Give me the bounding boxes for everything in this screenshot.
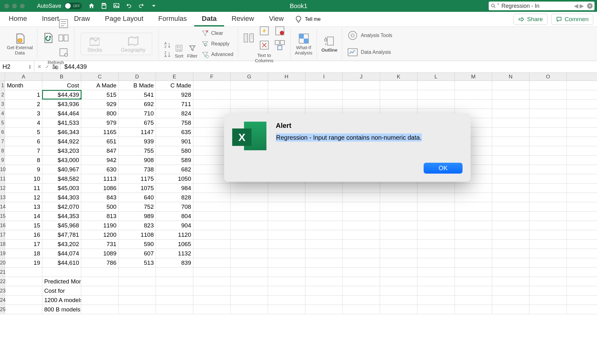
cell[interactable] (529, 109, 567, 118)
row-header[interactable]: 18 (0, 240, 5, 249)
cell[interactable] (268, 277, 305, 286)
cell[interactable]: $48,582 (42, 174, 81, 183)
cell[interactable] (492, 258, 529, 267)
spreadsheet-grid[interactable]: ABCDEFGHIJKLMNO 1MonthCostA MadeB MadeC … (0, 73, 597, 314)
cell[interactable] (193, 100, 231, 109)
cell[interactable] (529, 90, 567, 99)
col-header-I[interactable]: I (305, 73, 343, 81)
cell[interactable] (193, 81, 231, 90)
cell[interactable] (492, 212, 529, 221)
col-header-F[interactable]: F (193, 73, 231, 81)
cell[interactable] (492, 90, 529, 99)
reapply-filter[interactable]: Reapply (201, 40, 233, 48)
cell[interactable] (492, 146, 529, 155)
cell[interactable] (343, 240, 380, 249)
cell[interactable]: B Made (119, 81, 156, 90)
cell[interactable]: $45,968 (42, 221, 81, 230)
cell[interactable]: 1200 (81, 230, 119, 239)
cell[interactable] (231, 100, 268, 109)
cell[interactable] (343, 193, 380, 202)
cell[interactable]: 758 (156, 118, 193, 127)
cell[interactable] (305, 212, 343, 221)
cell[interactable]: $47,781 (42, 230, 81, 239)
cell[interactable] (5, 296, 42, 305)
cell[interactable] (492, 193, 529, 202)
row-header[interactable]: 10 (0, 165, 5, 174)
cell[interactable] (305, 100, 343, 109)
cell[interactable]: 19 (5, 258, 42, 267)
cell[interactable]: $44,303 (42, 193, 81, 202)
row-header[interactable]: 3 (0, 100, 5, 109)
cell[interactable] (417, 230, 455, 239)
cell[interactable] (492, 165, 529, 174)
undo-icon[interactable] (125, 2, 132, 9)
tab-data[interactable]: Data (194, 12, 224, 26)
cell[interactable]: 800 (81, 109, 119, 118)
cell[interactable]: 12 (5, 193, 42, 202)
comments-button[interactable]: Commen (551, 14, 593, 25)
cell[interactable]: 4 (5, 118, 42, 127)
cell[interactable] (231, 296, 268, 305)
cell[interactable]: 5 (5, 128, 42, 137)
col-header-K[interactable]: K (380, 73, 417, 81)
cell[interactable]: 1065 (156, 240, 193, 249)
data-analysis[interactable]: Data Analysis (346, 46, 391, 58)
cell[interactable]: 682 (156, 165, 193, 174)
text-to-columns[interactable]: Text to Columns (238, 29, 291, 59)
properties-icon[interactable] (57, 17, 70, 30)
cell[interactable] (417, 202, 455, 211)
cell[interactable] (380, 258, 417, 267)
cell[interactable] (492, 174, 529, 183)
sort-asc-icon[interactable]: AZ (163, 41, 171, 49)
redo-icon[interactable] (138, 2, 145, 9)
cell[interactable] (119, 277, 156, 286)
cell[interactable]: 828 (156, 193, 193, 202)
ok-button[interactable]: OK (424, 163, 463, 174)
row-header[interactable]: 24 (0, 296, 5, 305)
cell[interactable] (156, 268, 193, 277)
cell[interactable] (231, 81, 268, 90)
col-header-L[interactable]: L (417, 73, 455, 81)
cell[interactable] (417, 268, 455, 277)
cell[interactable] (492, 240, 529, 249)
cell[interactable] (492, 305, 529, 314)
row-header[interactable]: 16 (0, 221, 5, 230)
cell[interactable]: 901 (156, 137, 193, 146)
whatif-analysis[interactable]: What-If Analysis (291, 29, 317, 59)
cell[interactable] (81, 286, 119, 295)
cell[interactable] (231, 249, 268, 258)
cell[interactable] (417, 193, 455, 202)
cell[interactable] (417, 81, 455, 90)
cell[interactable] (492, 249, 529, 258)
row-header[interactable]: 7 (0, 137, 5, 146)
cell[interactable] (380, 202, 417, 211)
col-header-E[interactable]: E (156, 73, 193, 81)
cell[interactable] (268, 221, 305, 230)
cell[interactable]: 979 (81, 118, 119, 127)
cell[interactable] (268, 296, 305, 305)
cell[interactable] (231, 230, 268, 239)
cell[interactable] (529, 230, 567, 239)
cancel-icon[interactable]: ✕ (37, 64, 41, 70)
cell[interactable]: 1175 (119, 174, 156, 183)
cell[interactable] (305, 230, 343, 239)
cell[interactable] (455, 184, 492, 193)
cell[interactable] (42, 268, 81, 277)
cell[interactable] (81, 305, 119, 314)
cell[interactable]: 630 (81, 165, 119, 174)
edit-links-icon[interactable] (57, 46, 70, 58)
cell[interactable] (268, 286, 305, 295)
dropdown-icon[interactable] (150, 2, 157, 9)
cell[interactable] (492, 286, 529, 295)
cell[interactable]: 804 (156, 212, 193, 221)
cell[interactable] (492, 156, 529, 165)
cell[interactable] (193, 305, 231, 314)
cell[interactable]: $41,533 (42, 118, 81, 127)
cell[interactable] (343, 202, 380, 211)
cell[interactable]: 13 (5, 202, 42, 211)
stocks-button[interactable]: Stocks (87, 35, 102, 53)
cell[interactable] (529, 156, 567, 165)
cell[interactable] (119, 296, 156, 305)
cell[interactable] (305, 286, 343, 295)
cell[interactable]: 904 (156, 221, 193, 230)
